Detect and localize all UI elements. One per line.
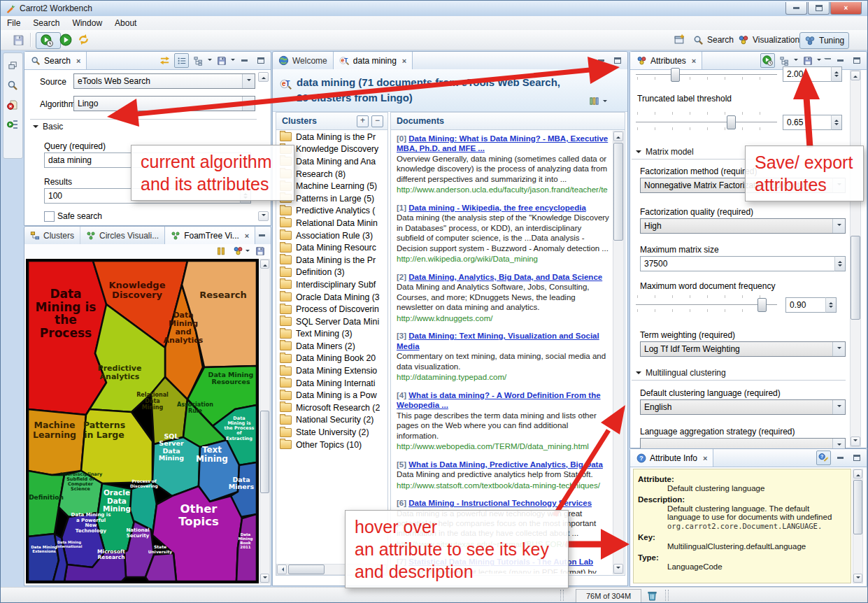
collapse-all-icon[interactable]: − [371,115,383,127]
scroll-up-button[interactable] [851,71,860,80]
save-export-attributes-icon[interactable] [801,54,814,67]
cluster-tree-item[interactable]: National Security (2) [276,414,387,427]
live-update-icon[interactable] [760,53,775,68]
menu-item[interactable]: File [1,16,27,30]
cluster-tree-item[interactable]: Predictive Analytics ( [276,205,387,218]
slider-thumb[interactable] [671,68,680,82]
save-icon[interactable] [13,34,24,46]
cluster-tree-item[interactable]: Data Miners (2) [276,340,387,353]
safe-search-checkbox[interactable] [44,211,55,222]
document-url[interactable]: http://www.kdnuggets.com/ [397,313,611,323]
term-weighting-combo[interactable]: Log Tf Idf Term Weighting [640,341,846,357]
minimize-view-icon[interactable] [255,229,269,242]
chevron-down-icon[interactable] [208,59,212,63]
scroll-up-button[interactable] [613,132,623,141]
algorithm-combo[interactable]: Lingo [73,96,255,111]
tree-layout-icon[interactable] [192,54,205,67]
restore-view-icon[interactable] [8,60,18,71]
cluster-tree-item[interactable]: Data Mining Extensio [276,364,387,377]
foamtree-cell[interactable] [81,409,152,483]
scroll-down-button[interactable] [258,211,269,221]
close-tab-icon[interactable]: × [76,57,80,65]
close-tab-icon[interactable]: × [402,57,406,65]
document-url[interactable]: http://datamining.typepad.com/ [397,372,611,382]
maximize-view-icon[interactable] [850,451,863,464]
scrollbar-thumb[interactable] [613,143,623,241]
window-minimize-button[interactable] [785,2,807,15]
minimize-view-icon[interactable] [834,54,847,67]
attributes-vertical-scrollbar[interactable] [850,70,861,447]
scroll-left-button[interactable] [277,565,287,574]
close-tab-icon[interactable]: × [245,232,249,240]
slider-thumb[interactable] [727,115,736,129]
swap-source-icon[interactable] [158,54,171,67]
sync-refresh-icon[interactable] [78,34,90,45]
chevron-down-icon[interactable] [246,250,250,254]
chevron-down-icon[interactable] [817,59,821,63]
scrollbar-thumb[interactable] [853,480,862,534]
foamtree-canvas[interactable]: Data Mining is the Process Knowledge Dis… [26,259,259,583]
foamtree-cell[interactable] [152,437,200,496]
slider-thumb[interactable] [757,298,767,312]
minimize-view-icon[interactable] [238,54,251,67]
cluster-tree-item[interactable]: Relational Data Minin [276,217,387,229]
cluster-tree-item[interactable]: Microsoft Research (2 [276,402,387,414]
close-tab-icon[interactable]: × [692,57,696,65]
document-title-link[interactable]: Data mining - Wikipedia, the free encycl… [408,204,586,212]
scroll-down-button[interactable] [851,437,860,446]
minimized-error-log-view-icon[interactable] [7,99,18,111]
scroll-up-button[interactable] [260,260,269,269]
maximize-view-icon[interactable] [611,54,624,67]
cluster-tree-item[interactable]: Oracle Data Mining (3 [276,291,387,304]
cluster-tree-item[interactable]: Data Mining Resourc [276,241,387,254]
window-maximize-button[interactable] [808,2,830,15]
tab-data-mining[interactable]: data mining × [333,52,413,69]
cluster-tree-item[interactable]: State University (2) [276,426,387,439]
chevron-down-icon[interactable] [603,100,607,104]
document-title-link[interactable]: Data Mining: Text Mining, Visualization … [397,332,599,350]
perspective-search-button[interactable]: Search [689,32,738,48]
run-garbage-collector-button[interactable] [644,588,660,602]
document-title-link[interactable]: Data Mining - Instructional Technology S… [408,499,592,507]
multilingual-clustering-section-header[interactable]: Multilingual clustering [636,368,726,378]
minimized-scheduler-view-icon[interactable] [7,119,18,130]
cluster-tree-item[interactable]: Interdisciplinary Subf [276,278,387,291]
document-title-link[interactable]: What is Data Mining, Predictive Analytic… [408,460,603,469]
cluster-tree-item[interactable]: Data Mining Book 20 [276,353,387,365]
chevron-down-icon[interactable] [794,59,798,63]
spinner[interactable] [825,297,837,313]
matrix-model-section-header[interactable]: Matrix model [636,147,694,157]
close-tab-icon[interactable]: × [703,454,707,462]
tab-clusters[interactable]: Clusters [24,227,80,244]
default-clustering-language-combo[interactable]: English [640,399,846,415]
tab-attributes[interactable]: Attributes × [630,52,702,69]
cluster-tree-item[interactable]: Association Rule (3) [276,229,387,242]
minimized-search-view-icon[interactable] [7,80,18,91]
maximize-view-icon[interactable] [254,54,267,67]
spinner[interactable] [831,115,842,130]
cluster-tree-item[interactable]: Data Mining is a Pow [276,389,387,402]
truncated-threshold-input[interactable]: 0.65 [783,115,832,130]
cluster-tree-item[interactable]: Definition (3) [276,267,387,279]
tab-welcome[interactable]: Welcome [273,52,333,69]
window-close-button[interactable]: × [830,2,862,15]
scrollbar-thumb[interactable] [260,411,269,493]
perspective-visualization-button[interactable]: Visualization [734,32,804,48]
run-button-play-icon[interactable] [59,34,72,46]
tab-search[interactable]: Search × [24,52,87,69]
attribute-info-scrollbar[interactable] [853,469,863,583]
save-image-icon[interactable] [255,246,265,256]
link-with-selection-icon[interactable] [816,451,831,465]
expand-sections-icon[interactable] [778,54,791,67]
scrollbar-thumb[interactable] [851,236,860,320]
process-and-cluster-button[interactable] [36,32,61,49]
tab-circles-visualization[interactable]: Circles Visuali... [80,227,164,244]
spinner[interactable] [831,66,842,82]
scroll-up-button[interactable] [853,469,862,478]
list-layout-icon[interactable] [174,53,189,68]
document-url[interactable]: http://www.webopedia.com/TERM/D/data_min… [397,441,611,451]
basic-section-header[interactable]: Basic [33,122,63,132]
source-combo[interactable]: eTools Web Search [73,73,255,89]
document-title-link[interactable]: Data Mining, Analytics, Big Data, and Da… [408,273,602,281]
cluster-tree-item[interactable]: SQL Server Data Mini [276,315,387,328]
